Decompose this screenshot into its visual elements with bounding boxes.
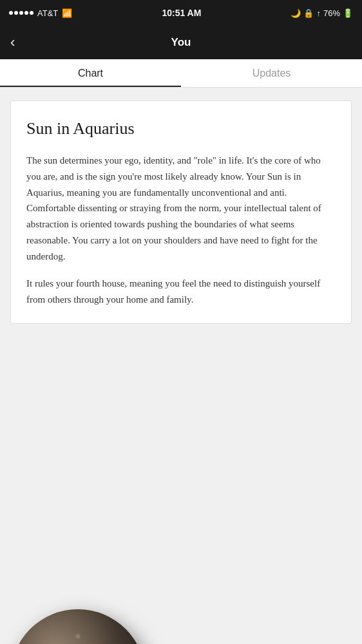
status-time: 10:51 AM [162, 8, 201, 18]
status-left: AT&T 📶 [9, 8, 72, 18]
location-icon: ↑ [316, 8, 321, 18]
tab-chart[interactable]: Chart [0, 59, 181, 87]
card-paragraph-2: It rules your fourth house, meaning you … [26, 276, 336, 308]
card-paragraph-1: The sun determines your ego, identity, a… [26, 153, 336, 264]
tab-updates[interactable]: Updates [181, 59, 362, 87]
tabs: Chart Updates [0, 59, 362, 88]
content-area: Sun in Aquarius The sun determines your … [0, 88, 362, 603]
moon-icon: 🌙 [291, 8, 301, 18]
carrier-label: AT&T [37, 8, 58, 18]
status-right: 🌙 🔒 ↑ 76% 🔋 [291, 8, 353, 18]
back-button[interactable]: ‹ [10, 34, 30, 51]
page-title: You [171, 36, 191, 49]
card-body: The sun determines your ego, identity, a… [26, 153, 336, 308]
battery-icon: 🔋 [343, 8, 353, 18]
card-title: Sun in Aquarius [26, 119, 336, 138]
status-bar: AT&T 📶 10:51 AM 🌙 🔒 ↑ 76% 🔋 [0, 0, 362, 26]
lock-icon: 🔒 [303, 8, 314, 18]
planet-image [10, 609, 146, 644]
planet-container [0, 603, 362, 644]
signal-dots [9, 11, 33, 15]
wifi-icon: 📶 [62, 8, 72, 18]
nav-bar: ‹ You [0, 26, 362, 59]
battery-percent: 76% [323, 8, 340, 18]
sun-in-aquarius-card: Sun in Aquarius The sun determines your … [10, 100, 352, 324]
